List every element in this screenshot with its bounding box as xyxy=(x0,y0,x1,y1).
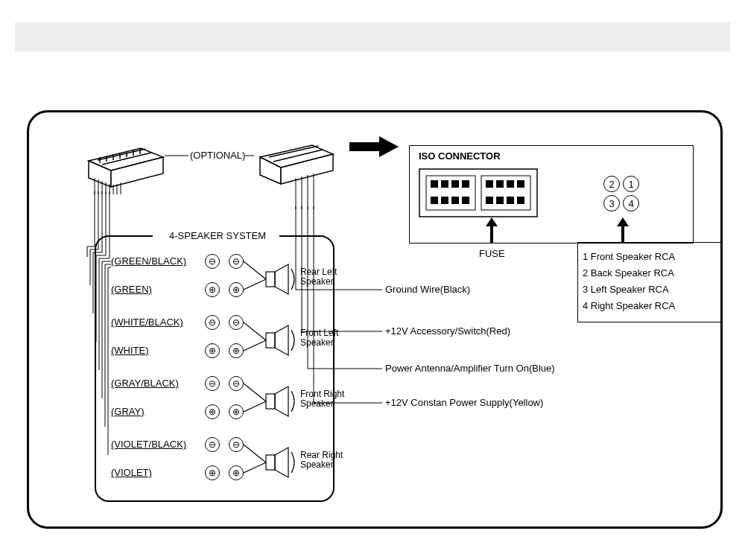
wire-color-5: (GRAY) xyxy=(111,406,196,417)
power-wire-0: Ground Wire(Black) xyxy=(385,284,470,295)
svg-marker-51 xyxy=(486,217,498,243)
svg-rect-49 xyxy=(507,197,514,204)
rca-legend-4: 4 Right Speaker RCA xyxy=(583,298,717,314)
header-bar xyxy=(15,22,730,52)
fuse-label: FUSE xyxy=(479,248,505,259)
svg-rect-65 xyxy=(266,394,275,409)
fuse-arrow-icon xyxy=(484,217,499,243)
svg-rect-47 xyxy=(486,197,493,204)
svg-rect-40 xyxy=(441,197,448,204)
polarity-5a: ⊕ xyxy=(205,404,220,419)
svg-rect-38 xyxy=(462,180,469,188)
rca-2: 2 xyxy=(603,176,620,192)
svg-rect-37 xyxy=(451,180,459,188)
svg-rect-41 xyxy=(451,197,459,204)
svg-rect-39 xyxy=(431,197,438,204)
svg-rect-69 xyxy=(266,455,275,470)
polarity-3a: ⊕ xyxy=(205,343,220,358)
speaker-name-3: Rear Right Speaker xyxy=(300,451,343,470)
svg-rect-48 xyxy=(496,197,504,204)
rca-arrow-icon xyxy=(615,217,630,243)
left-connector-icon xyxy=(74,135,171,194)
svg-rect-35 xyxy=(431,180,438,188)
polarity-7a: ⊕ xyxy=(205,465,220,480)
svg-rect-36 xyxy=(441,180,448,188)
optional-label: (OPTIONAL) xyxy=(190,150,245,161)
wire-bundle xyxy=(74,191,111,504)
polarity-0a: ⊖ xyxy=(205,254,220,269)
polarity-6a: ⊖ xyxy=(205,437,220,452)
rca-legend-3: 3 Left Speaker RCA xyxy=(583,281,717,298)
power-wire-lines xyxy=(294,206,384,422)
svg-line-59 xyxy=(244,322,266,340)
svg-rect-44 xyxy=(496,180,504,188)
iso-connector-panel: ISO CONNECTOR 21 34 xyxy=(409,145,694,244)
polarity-7b: ⊕ xyxy=(229,465,244,480)
rca-legend: 1 Front Speaker RCA 2 Back Speaker RCA 3… xyxy=(577,242,722,322)
wire-color-3: (WHITE) xyxy=(111,345,196,356)
rca-number-grid: 21 34 xyxy=(602,174,647,213)
arrow-icon xyxy=(349,133,402,160)
rca-3: 3 xyxy=(603,195,620,211)
speaker-system-title: 4-SPEAKER SYSTEM xyxy=(169,230,266,241)
polarity-4a: ⊖ xyxy=(205,376,220,391)
right-connector-icon xyxy=(253,135,349,209)
wire-color-6: (VIOLET/BLACK) xyxy=(111,439,196,450)
svg-rect-43 xyxy=(486,180,493,188)
svg-line-63 xyxy=(244,384,266,401)
svg-rect-57 xyxy=(266,272,275,287)
polarity-3b: ⊕ xyxy=(229,343,244,358)
svg-marker-70 xyxy=(275,448,288,477)
svg-rect-50 xyxy=(517,197,524,204)
svg-rect-61 xyxy=(266,333,275,348)
iso-socket-icon xyxy=(419,168,538,217)
wire-color-2: (WHITE/BLACK) xyxy=(111,316,196,328)
svg-rect-45 xyxy=(507,180,514,188)
power-wire-1: +12V Accessory/Switch(Red) xyxy=(385,325,510,337)
polarity-6b: ⊖ xyxy=(229,437,244,452)
rca-legend-1: 1 Front Speaker RCA xyxy=(583,249,717,265)
rca-1: 1 xyxy=(623,176,639,192)
svg-marker-31 xyxy=(349,136,399,157)
svg-rect-42 xyxy=(462,197,469,204)
rca-4: 4 xyxy=(623,195,639,211)
polarity-5b: ⊕ xyxy=(229,404,244,419)
svg-line-55 xyxy=(244,261,266,279)
svg-marker-52 xyxy=(617,217,629,243)
power-wire-2: Power Antenna/Amplifier Turn On(Blue) xyxy=(385,363,555,374)
iso-title: ISO CONNECTOR xyxy=(419,150,501,162)
polarity-1a: ⊕ xyxy=(205,282,220,297)
polarity-2a: ⊖ xyxy=(205,315,220,330)
svg-marker-66 xyxy=(275,386,288,416)
diagram-frame: (OPTIONAL) ISO CONNECTOR xyxy=(27,110,723,529)
svg-marker-58 xyxy=(275,264,288,294)
svg-line-67 xyxy=(244,445,266,462)
svg-line-68 xyxy=(244,462,266,473)
svg-marker-62 xyxy=(275,325,288,355)
rca-legend-2: 2 Back Speaker RCA xyxy=(583,265,717,281)
polarity-1b: ⊕ xyxy=(229,282,244,297)
svg-line-56 xyxy=(244,279,266,290)
polarity-2b: ⊖ xyxy=(229,315,244,330)
svg-line-64 xyxy=(244,401,266,412)
wire-color-7: (VIOLET) xyxy=(111,467,196,478)
svg-rect-46 xyxy=(517,180,524,188)
wire-color-0: (GREEN/BLACK) xyxy=(111,255,196,267)
polarity-4b: ⊖ xyxy=(229,376,244,391)
polarity-0b: ⊖ xyxy=(229,254,244,269)
power-wire-3: +12V Constan Power Supply(Yellow) xyxy=(385,397,543,408)
wire-color-1: (GREEN) xyxy=(111,284,196,295)
svg-line-60 xyxy=(244,340,266,351)
wire-color-4: (GRAY/BLACK) xyxy=(111,378,196,389)
